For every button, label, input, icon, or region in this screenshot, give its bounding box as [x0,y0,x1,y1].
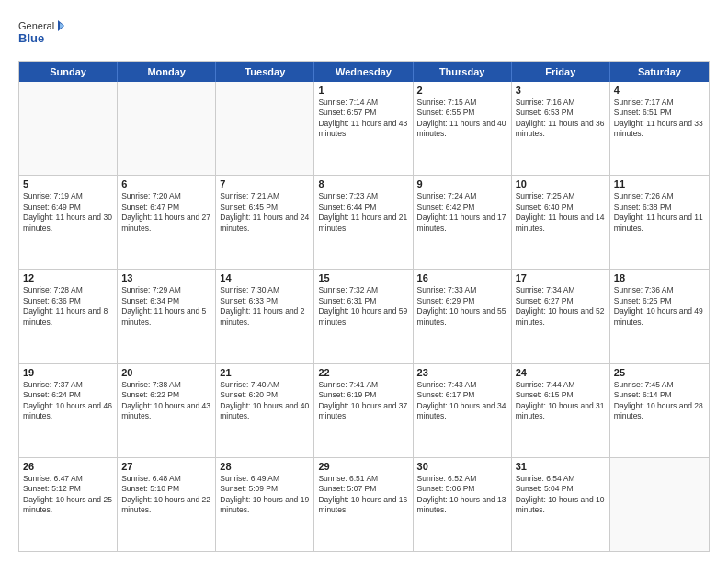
calendar-day-17: 17Sunrise: 7:34 AM Sunset: 6:27 PM Dayli… [512,270,610,362]
calendar-day-9: 9Sunrise: 7:24 AM Sunset: 6:42 PM Daylig… [414,176,512,269]
day-info: Sunrise: 6:51 AM Sunset: 5:07 PM Dayligh… [318,474,408,516]
day-number: 3 [516,85,606,96]
calendar-body: 1Sunrise: 7:14 AM Sunset: 6:57 PM Daylig… [19,82,709,551]
calendar-day-7: 7Sunrise: 7:21 AM Sunset: 6:45 PM Daylig… [216,176,314,269]
day-info: Sunrise: 7:26 AM Sunset: 6:38 PM Dayligh… [614,191,705,234]
day-info: Sunrise: 7:20 AM Sunset: 6:47 PM Dayligh… [121,191,211,234]
calendar: SundayMondayTuesdayWednesdayThursdayFrid… [18,61,710,552]
day-info: Sunrise: 6:48 AM Sunset: 5:10 PM Dayligh… [121,474,211,516]
calendar-header: SundayMondayTuesdayWednesdayThursdayFrid… [19,62,709,82]
day-number: 30 [417,461,507,472]
day-number: 20 [121,367,211,378]
day-info: Sunrise: 7:19 AM Sunset: 6:49 PM Dayligh… [23,191,113,234]
calendar-day-11: 11Sunrise: 7:26 AM Sunset: 6:38 PM Dayli… [610,176,709,269]
calendar-day-3: 3Sunrise: 7:16 AM Sunset: 6:53 PM Daylig… [512,82,610,175]
day-info: Sunrise: 7:41 AM Sunset: 6:19 PM Dayligh… [318,380,408,422]
calendar-day-22: 22Sunrise: 7:41 AM Sunset: 6:19 PM Dayli… [314,364,413,457]
header-day-tuesday: Tuesday [216,62,314,82]
calendar-day-21: 21Sunrise: 7:40 AM Sunset: 6:20 PM Dayli… [216,364,314,457]
day-number: 13 [121,272,211,283]
day-info: Sunrise: 7:23 AM Sunset: 6:44 PM Dayligh… [318,191,408,234]
calendar-day-2: 2Sunrise: 7:15 AM Sunset: 6:55 PM Daylig… [414,82,512,175]
calendar-day-26: 26Sunrise: 6:47 AM Sunset: 5:12 PM Dayli… [19,458,118,551]
header-day-wednesday: Wednesday [314,62,413,82]
day-number: 15 [318,272,408,283]
day-number: 7 [220,178,310,190]
calendar-day-30: 30Sunrise: 6:52 AM Sunset: 5:06 PM Dayli… [414,458,512,551]
calendar-day-12: 12Sunrise: 7:28 AM Sunset: 6:36 PM Dayli… [19,270,118,362]
day-info: Sunrise: 7:45 AM Sunset: 6:14 PM Dayligh… [614,380,705,422]
day-number: 18 [614,272,705,283]
calendar-day-1: 1Sunrise: 7:14 AM Sunset: 6:57 PM Daylig… [314,82,413,175]
calendar-week-2: 5Sunrise: 7:19 AM Sunset: 6:49 PM Daylig… [19,176,709,270]
calendar-day-14: 14Sunrise: 7:30 AM Sunset: 6:33 PM Dayli… [216,270,314,362]
calendar-day-6: 6Sunrise: 7:20 AM Sunset: 6:47 PM Daylig… [118,176,216,269]
calendar-week-1: 1Sunrise: 7:14 AM Sunset: 6:57 PM Daylig… [19,82,709,176]
day-info: Sunrise: 7:29 AM Sunset: 6:34 PM Dayligh… [121,285,211,327]
calendar-day-13: 13Sunrise: 7:29 AM Sunset: 6:34 PM Dayli… [118,270,216,362]
day-number: 22 [318,367,408,378]
svg-text:General: General [18,20,54,31]
svg-text:Blue: Blue [18,31,44,45]
calendar-empty-cell [118,82,216,175]
day-number: 23 [417,367,507,378]
header-day-sunday: Sunday [19,62,118,82]
day-info: Sunrise: 6:49 AM Sunset: 5:09 PM Dayligh… [220,474,310,516]
calendar-week-4: 19Sunrise: 7:37 AM Sunset: 6:24 PM Dayli… [19,364,709,458]
day-info: Sunrise: 7:38 AM Sunset: 6:22 PM Dayligh… [121,380,211,422]
calendar-day-25: 25Sunrise: 7:45 AM Sunset: 6:14 PM Dayli… [610,364,709,457]
calendar-day-5: 5Sunrise: 7:19 AM Sunset: 6:49 PM Daylig… [19,176,118,269]
day-info: Sunrise: 7:24 AM Sunset: 6:42 PM Dayligh… [417,191,507,234]
header-day-friday: Friday [512,62,610,82]
header-day-monday: Monday [118,62,216,82]
day-number: 4 [614,85,705,96]
day-number: 10 [516,178,606,190]
header-day-saturday: Saturday [610,62,709,82]
day-info: Sunrise: 7:17 AM Sunset: 6:51 PM Dayligh… [614,98,705,140]
day-info: Sunrise: 7:32 AM Sunset: 6:31 PM Dayligh… [318,285,408,327]
day-info: Sunrise: 7:40 AM Sunset: 6:20 PM Dayligh… [220,380,310,422]
day-info: Sunrise: 7:43 AM Sunset: 6:17 PM Dayligh… [417,380,507,422]
day-number: 29 [318,461,408,472]
calendar-day-18: 18Sunrise: 7:36 AM Sunset: 6:25 PM Dayli… [610,270,709,362]
calendar-day-27: 27Sunrise: 6:48 AM Sunset: 5:10 PM Dayli… [118,458,216,551]
calendar-day-20: 20Sunrise: 7:38 AM Sunset: 6:22 PM Dayli… [118,364,216,457]
day-number: 24 [516,367,606,378]
day-number: 26 [23,461,113,472]
day-number: 11 [614,178,705,190]
day-info: Sunrise: 7:34 AM Sunset: 6:27 PM Dayligh… [516,285,606,327]
logo: General Blue [18,17,64,52]
calendar-day-10: 10Sunrise: 7:25 AM Sunset: 6:40 PM Dayli… [512,176,610,269]
calendar-day-16: 16Sunrise: 7:33 AM Sunset: 6:29 PM Dayli… [414,270,512,362]
day-number: 27 [121,461,211,472]
calendar-day-29: 29Sunrise: 6:51 AM Sunset: 5:07 PM Dayli… [314,458,413,551]
day-number: 19 [23,367,113,378]
day-number: 9 [417,178,507,190]
day-info: Sunrise: 7:15 AM Sunset: 6:55 PM Dayligh… [417,98,507,140]
day-number: 25 [614,367,705,378]
day-info: Sunrise: 7:36 AM Sunset: 6:25 PM Dayligh… [614,285,705,327]
calendar-week-5: 26Sunrise: 6:47 AM Sunset: 5:12 PM Dayli… [19,458,709,551]
day-info: Sunrise: 7:30 AM Sunset: 6:33 PM Dayligh… [220,285,310,327]
page-header: General Blue [18,17,710,52]
calendar-empty-cell [19,82,118,175]
day-number: 6 [121,178,211,190]
calendar-day-23: 23Sunrise: 7:43 AM Sunset: 6:17 PM Dayli… [414,364,512,457]
calendar-day-8: 8Sunrise: 7:23 AM Sunset: 6:44 PM Daylig… [314,176,413,269]
day-info: Sunrise: 6:52 AM Sunset: 5:06 PM Dayligh… [417,474,507,516]
day-number: 31 [516,461,606,472]
day-number: 21 [220,367,310,378]
calendar-day-15: 15Sunrise: 7:32 AM Sunset: 6:31 PM Dayli… [314,270,413,362]
day-info: Sunrise: 7:21 AM Sunset: 6:45 PM Dayligh… [220,191,310,234]
day-number: 5 [23,178,113,190]
calendar-day-28: 28Sunrise: 6:49 AM Sunset: 5:09 PM Dayli… [216,458,314,551]
day-number: 12 [23,272,113,283]
day-number: 28 [220,461,310,472]
day-number: 2 [417,85,507,96]
calendar-empty-cell [610,458,709,551]
day-info: Sunrise: 7:28 AM Sunset: 6:36 PM Dayligh… [23,285,113,327]
header-day-thursday: Thursday [414,62,512,82]
day-number: 16 [417,272,507,283]
day-info: Sunrise: 7:16 AM Sunset: 6:53 PM Dayligh… [516,98,606,140]
logo-svg: General Blue [18,17,64,52]
